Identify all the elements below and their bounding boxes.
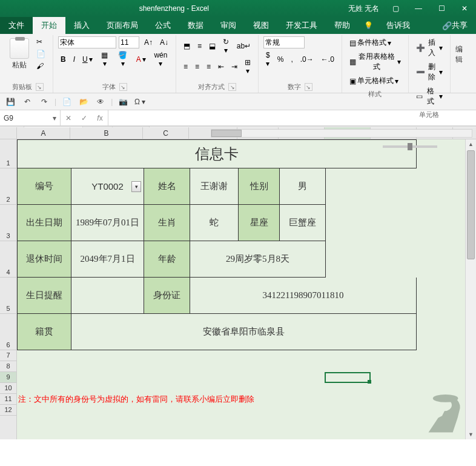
increase-font-button[interactable]: A↑	[142, 37, 155, 48]
row-12[interactable]: 12	[0, 405, 16, 416]
tab-review[interactable]: 审阅	[212, 17, 245, 34]
camera-icon[interactable]: 📷	[116, 95, 130, 108]
row-2[interactable]: 2	[0, 168, 16, 205]
align-center-button[interactable]: ≡	[193, 61, 202, 72]
increase-indent-button[interactable]: ⇥	[229, 61, 240, 72]
tell-me[interactable]: 告诉我	[378, 17, 418, 34]
row-4[interactable]: 4	[0, 241, 16, 278]
tab-insert[interactable]: 插入	[65, 17, 98, 34]
row-6[interactable]: 6	[0, 314, 16, 350]
accounting-button[interactable]: $ ▾	[263, 50, 273, 69]
row-1[interactable]: 1	[0, 139, 16, 168]
paste-button[interactable]: 粘贴	[7, 37, 31, 72]
open-icon[interactable]: 📂	[77, 95, 90, 108]
tab-home[interactable]: 开始	[33, 17, 65, 34]
scroll-down-icon[interactable]: ▼	[466, 430, 476, 439]
cut-button[interactable]: ✂	[34, 36, 48, 47]
col-C[interactable]: C	[143, 127, 189, 139]
format-cells-button[interactable]: ▭ 格式 ▾	[414, 85, 445, 108]
font-color-button[interactable]: A ▾	[134, 54, 148, 65]
decrease-font-button[interactable]: A↓	[157, 37, 171, 48]
hscroll-thumb[interactable]	[211, 130, 242, 137]
fx-icon[interactable]: fx	[92, 114, 108, 122]
row-11[interactable]: 11	[0, 394, 16, 405]
align-top-button[interactable]: ⬒	[181, 41, 193, 52]
share-button[interactable]: 🔗 共享	[434, 17, 476, 34]
wrap-text-button[interactable]: ab↵	[234, 41, 253, 52]
insert-cells-button[interactable]: ➕ 插入 ▾	[414, 36, 445, 59]
zoom-knob[interactable]	[408, 143, 412, 150]
lightbulb-icon[interactable]: 💡	[359, 17, 378, 34]
id-dropdown-icon[interactable]: ▾	[131, 181, 141, 192]
italic-button[interactable]: I	[71, 54, 78, 65]
bold-button[interactable]: B	[58, 54, 68, 65]
font-size-combo[interactable]	[119, 36, 139, 48]
align-middle-button[interactable]: ≡	[195, 41, 204, 52]
ribbon-display-icon[interactable]: ▢	[384, 0, 407, 17]
decrease-indent-button[interactable]: ⇤	[216, 61, 226, 72]
scroll-up-icon[interactable]: ▲	[466, 139, 476, 149]
user-name[interactable]: 无姓 无名	[348, 4, 379, 14]
phonetic-button[interactable]: wén ▾	[151, 50, 171, 69]
enter-formula-icon[interactable]: ✓	[76, 114, 92, 122]
editing-label[interactable]: 编辑	[455, 44, 469, 65]
align-launcher-icon[interactable]: ↘	[228, 83, 236, 91]
vertical-scrollbar[interactable]: ▲ ▼	[465, 139, 476, 439]
tab-formulas[interactable]: 公式	[147, 17, 179, 34]
align-bottom-button[interactable]: ⬓	[207, 41, 218, 52]
conditional-format-button[interactable]: ▤ 条件格式 ▾	[347, 36, 394, 49]
horizontal-scrollbar[interactable]	[211, 129, 472, 138]
align-left-button[interactable]: ≡	[181, 61, 190, 72]
fill-color-button[interactable]: 🪣 ▾	[114, 50, 131, 69]
row-3[interactable]: 3	[0, 205, 16, 241]
merge-center-button[interactable]: ⊞ ▾	[242, 57, 253, 76]
align-right-button[interactable]: ≡	[204, 61, 213, 72]
copy-button[interactable]: 📄	[34, 48, 48, 59]
tab-layout[interactable]: 页面布局	[98, 17, 147, 34]
orientation-button[interactable]: ↻ ▾	[220, 36, 232, 56]
font-launcher-icon[interactable]: ↘	[119, 83, 127, 91]
row-5[interactable]: 5	[0, 278, 16, 314]
preview-icon[interactable]: 👁	[94, 95, 107, 108]
format-table-button[interactable]: ▦ 套用表格格式 ▾	[347, 50, 403, 73]
scroll-thumb[interactable]	[467, 150, 475, 259]
clipboard-launcher-icon[interactable]: ↘	[36, 83, 44, 91]
close-icon[interactable]: ✕	[453, 0, 476, 17]
new-icon[interactable]: 📄	[60, 95, 73, 108]
maximize-icon[interactable]: ☐	[430, 0, 453, 17]
tab-data[interactable]: 数据	[179, 17, 212, 34]
namebox-dropdown-icon[interactable]: ▾	[53, 114, 56, 122]
row-10[interactable]: 10	[0, 383, 16, 394]
value-id[interactable]: YT0002 ▾	[71, 168, 144, 205]
select-all-corner[interactable]	[0, 127, 17, 139]
omega-icon[interactable]: Ω ▾	[133, 95, 147, 108]
border-button[interactable]: ▦ ▾	[98, 50, 112, 69]
number-format-combo[interactable]	[263, 36, 305, 48]
delete-cells-button[interactable]: ➖ 删除 ▾	[414, 61, 445, 84]
col-B[interactable]: B	[70, 127, 143, 139]
redo-icon[interactable]: ↷	[38, 95, 51, 108]
comma-button[interactable]: ,	[288, 54, 295, 65]
percent-button[interactable]: %	[275, 54, 286, 65]
name-box[interactable]: G9 ▾	[0, 110, 61, 125]
format-painter-button[interactable]: 🖌	[34, 61, 48, 72]
tab-help[interactable]: 帮助	[326, 17, 359, 34]
row-9[interactable]: 9	[0, 372, 16, 383]
tab-view[interactable]: 视图	[245, 17, 277, 34]
cancel-formula-icon[interactable]: ✕	[61, 114, 76, 122]
undo-icon[interactable]: ↶	[21, 95, 34, 108]
row-7[interactable]: 7	[0, 350, 16, 361]
col-A[interactable]: A	[17, 127, 70, 139]
minimize-icon[interactable]: —	[407, 0, 430, 17]
cell-styles-button[interactable]: ▣ 单元格样式 ▾	[347, 75, 401, 87]
row-8[interactable]: 8	[0, 361, 16, 372]
cells-area[interactable]: 信息卡 编号 YT0002 ▾ 姓名 王谢谢 性别 男 出生日期 1989年07…	[17, 139, 476, 439]
increase-decimal-button[interactable]: .0→	[298, 54, 316, 65]
save-icon[interactable]: 💾	[4, 95, 17, 108]
font-name-combo[interactable]	[58, 36, 116, 48]
tab-file[interactable]: 文件	[0, 17, 33, 34]
formula-input[interactable]	[108, 110, 476, 125]
tab-developer[interactable]: 开发工具	[277, 17, 326, 34]
number-launcher-icon[interactable]: ↘	[305, 83, 312, 91]
decrease-decimal-button[interactable]: ←.0	[319, 54, 337, 65]
